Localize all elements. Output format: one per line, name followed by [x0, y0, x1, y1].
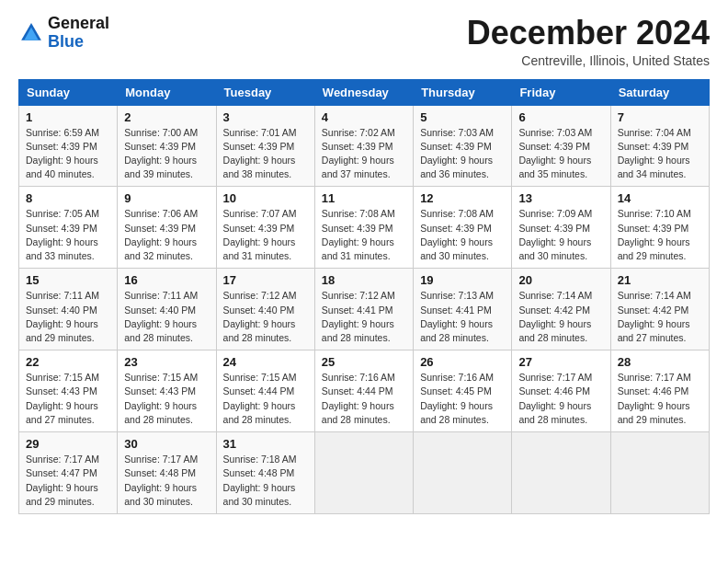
day-info: Sunrise: 7:05 AM Sunset: 4:39 PM Dayligh…: [26, 207, 110, 263]
day-info: Sunrise: 7:08 AM Sunset: 4:39 PM Dayligh…: [322, 207, 406, 263]
week-row-5: 29 Sunrise: 7:17 AM Sunset: 4:47 PM Dayl…: [19, 432, 710, 514]
calendar-cell: 12 Sunrise: 7:08 AM Sunset: 4:39 PM Dayl…: [414, 187, 512, 269]
day-info: Sunrise: 7:00 AM Sunset: 4:39 PM Dayligh…: [124, 126, 209, 182]
calendar-cell: 18 Sunrise: 7:12 AM Sunset: 4:41 PM Dayl…: [314, 269, 413, 350]
header-thursday: Thursday: [414, 79, 512, 105]
day-info: Sunrise: 7:02 AM Sunset: 4:39 PM Dayligh…: [322, 126, 406, 182]
month-title: December 2024: [467, 15, 710, 52]
day-number: 12: [420, 191, 505, 205]
calendar-cell: 20 Sunrise: 7:14 AM Sunset: 4:42 PM Dayl…: [512, 269, 610, 350]
day-info: Sunrise: 7:11 AM Sunset: 4:40 PM Dayligh…: [124, 289, 209, 345]
week-row-2: 8 Sunrise: 7:05 AM Sunset: 4:39 PM Dayli…: [19, 187, 710, 269]
header-row: SundayMondayTuesdayWednesdayThursdayFrid…: [19, 79, 710, 105]
day-number: 11: [322, 191, 406, 205]
day-info: Sunrise: 7:18 AM Sunset: 4:48 PM Dayligh…: [223, 453, 308, 509]
day-info: Sunrise: 7:07 AM Sunset: 4:39 PM Dayligh…: [223, 207, 308, 263]
week-row-1: 1 Sunrise: 6:59 AM Sunset: 4:39 PM Dayli…: [19, 105, 710, 187]
calendar-cell: 8 Sunrise: 7:05 AM Sunset: 4:39 PM Dayli…: [19, 187, 118, 269]
day-number: 2: [124, 110, 209, 124]
day-info: Sunrise: 7:01 AM Sunset: 4:39 PM Dayligh…: [223, 126, 308, 182]
day-number: 20: [518, 273, 603, 287]
calendar-cell: [610, 432, 709, 514]
day-info: Sunrise: 7:16 AM Sunset: 4:45 PM Dayligh…: [420, 371, 505, 427]
day-info: Sunrise: 7:06 AM Sunset: 4:39 PM Dayligh…: [124, 207, 209, 263]
title-area: December 2024 Centreville, Illinois, Uni…: [467, 15, 710, 68]
day-info: Sunrise: 7:12 AM Sunset: 4:41 PM Dayligh…: [322, 289, 406, 345]
day-number: 14: [618, 191, 702, 205]
day-info: Sunrise: 6:59 AM Sunset: 4:39 PM Dayligh…: [26, 126, 110, 182]
calendar-cell: [512, 432, 610, 514]
calendar-cell: [414, 432, 512, 514]
calendar-cell: 1 Sunrise: 6:59 AM Sunset: 4:39 PM Dayli…: [19, 105, 118, 187]
day-number: 1: [26, 110, 110, 124]
day-number: 6: [518, 110, 603, 124]
calendar-cell: 15 Sunrise: 7:11 AM Sunset: 4:40 PM Dayl…: [19, 269, 118, 350]
day-info: Sunrise: 7:16 AM Sunset: 4:44 PM Dayligh…: [322, 371, 406, 427]
day-number: 3: [223, 110, 308, 124]
calendar-cell: 4 Sunrise: 7:02 AM Sunset: 4:39 PM Dayli…: [314, 105, 413, 187]
calendar-cell: 26 Sunrise: 7:16 AM Sunset: 4:45 PM Dayl…: [414, 350, 512, 432]
calendar-cell: 11 Sunrise: 7:08 AM Sunset: 4:39 PM Dayl…: [314, 187, 413, 269]
day-number: 31: [223, 437, 308, 451]
day-info: Sunrise: 7:15 AM Sunset: 4:43 PM Dayligh…: [124, 371, 209, 427]
day-info: Sunrise: 7:15 AM Sunset: 4:43 PM Dayligh…: [26, 371, 110, 427]
header-monday: Monday: [118, 79, 216, 105]
header-wednesday: Wednesday: [314, 79, 413, 105]
day-info: Sunrise: 7:17 AM Sunset: 4:47 PM Dayligh…: [26, 453, 110, 509]
calendar-cell: 2 Sunrise: 7:00 AM Sunset: 4:39 PM Dayli…: [118, 105, 216, 187]
day-number: 19: [420, 273, 505, 287]
calendar-cell: 31 Sunrise: 7:18 AM Sunset: 4:48 PM Dayl…: [216, 432, 314, 514]
day-info: Sunrise: 7:12 AM Sunset: 4:40 PM Dayligh…: [223, 289, 308, 345]
calendar-cell: [314, 432, 413, 514]
header-sunday: Sunday: [19, 79, 118, 105]
day-number: 7: [618, 110, 702, 124]
day-info: Sunrise: 7:14 AM Sunset: 4:42 PM Dayligh…: [518, 289, 603, 345]
day-info: Sunrise: 7:10 AM Sunset: 4:39 PM Dayligh…: [618, 207, 702, 263]
day-number: 4: [322, 110, 406, 124]
header-tuesday: Tuesday: [216, 79, 314, 105]
day-number: 22: [26, 355, 110, 369]
week-row-4: 22 Sunrise: 7:15 AM Sunset: 4:43 PM Dayl…: [19, 350, 710, 432]
day-info: Sunrise: 7:03 AM Sunset: 4:39 PM Dayligh…: [420, 126, 505, 182]
day-info: Sunrise: 7:13 AM Sunset: 4:41 PM Dayligh…: [420, 289, 505, 345]
calendar-cell: 22 Sunrise: 7:15 AM Sunset: 4:43 PM Dayl…: [19, 350, 118, 432]
calendar-cell: 13 Sunrise: 7:09 AM Sunset: 4:39 PM Dayl…: [512, 187, 610, 269]
calendar-cell: 7 Sunrise: 7:04 AM Sunset: 4:39 PM Dayli…: [610, 105, 709, 187]
day-number: 27: [518, 355, 603, 369]
day-number: 21: [618, 273, 702, 287]
day-number: 30: [124, 437, 209, 451]
day-info: Sunrise: 7:08 AM Sunset: 4:39 PM Dayligh…: [420, 207, 505, 263]
day-number: 18: [322, 273, 406, 287]
day-number: 26: [420, 355, 505, 369]
day-number: 23: [124, 355, 209, 369]
day-number: 24: [223, 355, 308, 369]
calendar-cell: 28 Sunrise: 7:17 AM Sunset: 4:46 PM Dayl…: [610, 350, 709, 432]
day-number: 17: [223, 273, 308, 287]
location: Centreville, Illinois, United States: [467, 53, 710, 68]
day-number: 10: [223, 191, 308, 205]
calendar-cell: 17 Sunrise: 7:12 AM Sunset: 4:40 PM Dayl…: [216, 269, 314, 350]
day-info: Sunrise: 7:17 AM Sunset: 4:46 PM Dayligh…: [618, 371, 702, 427]
calendar-cell: 30 Sunrise: 7:17 AM Sunset: 4:48 PM Dayl…: [118, 432, 216, 514]
logo-icon: [18, 20, 44, 46]
calendar-cell: 24 Sunrise: 7:15 AM Sunset: 4:44 PM Dayl…: [216, 350, 314, 432]
day-info: Sunrise: 7:14 AM Sunset: 4:42 PM Dayligh…: [618, 289, 702, 345]
calendar-cell: 19 Sunrise: 7:13 AM Sunset: 4:41 PM Dayl…: [414, 269, 512, 350]
calendar-cell: 27 Sunrise: 7:17 AM Sunset: 4:46 PM Dayl…: [512, 350, 610, 432]
day-number: 8: [26, 191, 110, 205]
day-number: 29: [26, 437, 110, 451]
calendar-cell: 3 Sunrise: 7:01 AM Sunset: 4:39 PM Dayli…: [216, 105, 314, 187]
calendar-cell: 14 Sunrise: 7:10 AM Sunset: 4:39 PM Dayl…: [610, 187, 709, 269]
day-number: 15: [26, 273, 110, 287]
day-number: 5: [420, 110, 505, 124]
calendar-table: SundayMondayTuesdayWednesdayThursdayFrid…: [18, 79, 710, 514]
calendar-cell: 29 Sunrise: 7:17 AM Sunset: 4:47 PM Dayl…: [19, 432, 118, 514]
logo: General Blue: [18, 15, 109, 52]
header-friday: Friday: [512, 79, 610, 105]
day-number: 16: [124, 273, 209, 287]
calendar-cell: 6 Sunrise: 7:03 AM Sunset: 4:39 PM Dayli…: [512, 105, 610, 187]
calendar-cell: 9 Sunrise: 7:06 AM Sunset: 4:39 PM Dayli…: [118, 187, 216, 269]
calendar-cell: 23 Sunrise: 7:15 AM Sunset: 4:43 PM Dayl…: [118, 350, 216, 432]
day-info: Sunrise: 7:17 AM Sunset: 4:46 PM Dayligh…: [518, 371, 603, 427]
day-number: 25: [322, 355, 406, 369]
